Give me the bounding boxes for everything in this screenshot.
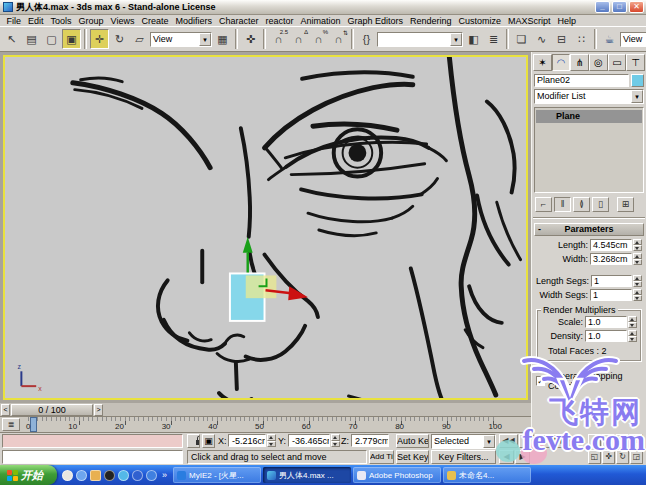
modifier-list-dropdown[interactable]: Modifier List ▾	[534, 89, 644, 104]
zoom-extents-all-button[interactable]: ⊞	[630, 434, 643, 448]
select-and-manipulate-button[interactable]: ✜	[241, 29, 260, 49]
select-by-name-button[interactable]: ▤	[22, 29, 41, 49]
macro-recorder-line[interactable]	[2, 434, 183, 448]
taskbar-button-untitled[interactable]: 未命名4...	[443, 467, 531, 483]
width-segs-spinner[interactable]	[633, 289, 642, 301]
messenger-icon[interactable]	[132, 470, 143, 481]
show-end-result-icon[interactable]: ‖	[554, 197, 571, 212]
tab-display[interactable]: ▭	[608, 54, 627, 71]
go-to-end-button[interactable]: ▶▶	[551, 434, 570, 448]
menu-item[interactable]: Graph Editors	[344, 16, 407, 26]
track-bar[interactable]: ≣ 0102030405060708090100	[0, 417, 531, 433]
key-filters-button[interactable]: Key Filters...	[431, 450, 496, 464]
width-segs-field[interactable]: 1	[590, 289, 632, 301]
zoom-all-button[interactable]: ⊡	[602, 434, 615, 448]
region-zoom-button[interactable]: ◱	[588, 450, 601, 464]
auto-key-button[interactable]: Auto Key	[396, 434, 429, 448]
set-key-button[interactable]: Set Key	[396, 450, 429, 464]
tab-motion[interactable]: ◎	[589, 54, 608, 71]
window-crossing-button[interactable]: ▣	[62, 29, 81, 49]
generate-mapping-checkbox[interactable]: ✓	[536, 376, 545, 386]
named-selection-dropdown[interactable]: ▾	[377, 32, 463, 47]
min-max-toggle-button[interactable]: ◲	[630, 450, 643, 464]
select-and-rotate-button[interactable]: ↻	[110, 29, 129, 49]
object-color-swatch[interactable]	[631, 74, 644, 87]
overflow-chevron[interactable]: »	[162, 470, 167, 480]
menu-item[interactable]: Character	[215, 16, 262, 26]
close-button[interactable]: ✕	[629, 1, 644, 13]
spinner-snap-button[interactable]: ∩⇅	[329, 29, 348, 49]
time-slider[interactable]: 0 / 100	[11, 404, 93, 416]
browser-icon[interactable]	[76, 470, 87, 481]
schematic-view-button[interactable]: ⊟	[552, 29, 571, 49]
menu-item[interactable]: Create	[138, 16, 172, 26]
menu-item[interactable]: Rendering	[407, 16, 456, 26]
render-type-dropdown[interactable]: View ▾	[620, 32, 646, 47]
menu-item[interactable]: Modifiers	[172, 16, 216, 26]
parameters-rollout-header[interactable]: - Parameters	[534, 223, 644, 236]
qq-icon[interactable]	[104, 470, 115, 481]
pin-stack-icon[interactable]: ⌐	[535, 197, 552, 212]
menu-item[interactable]: Animation	[297, 16, 344, 26]
length-field[interactable]: 4.545cm	[590, 239, 632, 251]
use-pivot-center-button[interactable]: ▦	[213, 29, 232, 49]
tab-utilities[interactable]: ⊤	[626, 54, 645, 71]
taskbar-button-myie2[interactable]: MyIE2 - [火星...	[173, 467, 261, 483]
z-coordinate-field[interactable]: 2.779cm	[351, 434, 389, 447]
chevron-down-icon[interactable]: ▾	[631, 90, 643, 103]
menu-item[interactable]: Tools	[47, 16, 75, 26]
arc-rotate-button[interactable]: ↻	[616, 450, 629, 464]
modifier-stack-item[interactable]: Plane	[536, 110, 642, 123]
length-segs-field[interactable]: 1	[591, 275, 632, 287]
folder-icon[interactable]	[90, 470, 101, 481]
zoom-viewport-button[interactable]: ⊕	[588, 434, 601, 448]
x-coordinate-field[interactable]: -5.216cm	[228, 434, 266, 447]
menu-item[interactable]: Views	[107, 16, 138, 26]
absolute-mode-button[interactable]: ▣	[202, 434, 215, 448]
tab-create[interactable]: ✶	[533, 54, 552, 71]
taskbar-button-photoshop[interactable]: Adobe Photoshop	[353, 467, 441, 483]
layer-manager-button[interactable]: ❏	[512, 29, 531, 49]
density-field[interactable]: 1.0	[585, 330, 627, 342]
make-unique-icon[interactable]: ≬	[573, 197, 590, 212]
start-button[interactable]: 开始	[0, 465, 57, 485]
menu-item[interactable]: Help	[554, 16, 580, 26]
width-spinner[interactable]	[633, 253, 642, 265]
maxscript-listener-line[interactable]	[2, 450, 183, 464]
key-mode-dropdown[interactable]: Selected ▾	[431, 434, 496, 449]
select-object-button[interactable]: ↖	[2, 29, 21, 49]
chevron-down-icon[interactable]: ▾	[199, 33, 211, 46]
select-and-scale-button[interactable]: ▱	[130, 29, 149, 49]
media-player-icon[interactable]	[62, 470, 73, 481]
menu-item[interactable]: MAXScript	[505, 16, 555, 26]
add-time-tag[interactable]: Add Time Tag	[369, 450, 394, 464]
mini-curve-editor-button[interactable]: ≣	[2, 418, 20, 431]
material-editor-button[interactable]: ∷	[572, 29, 591, 49]
render-scale-spinner[interactable]	[628, 316, 637, 328]
menu-item[interactable]: Customize	[455, 16, 505, 26]
length-segs-spinner[interactable]	[633, 275, 642, 287]
select-and-move-button[interactable]: ✛	[90, 29, 109, 49]
y-spinner[interactable]	[331, 434, 340, 447]
snap-toggle-25-button[interactable]: ∩2.5	[269, 29, 288, 49]
density-spinner[interactable]	[628, 330, 637, 342]
curve-editor-button[interactable]: ∿	[532, 29, 551, 49]
menu-item[interactable]: File	[3, 16, 25, 26]
x-spinner[interactable]	[267, 434, 276, 447]
next-frame-arrow[interactable]: >	[94, 404, 103, 416]
selection-lock-button[interactable]	[187, 434, 200, 448]
configure-modifier-sets-icon[interactable]: ⊞	[617, 197, 634, 212]
minimize-button[interactable]: _	[595, 1, 610, 13]
rectangular-selection-button[interactable]: ▢	[42, 29, 61, 49]
menu-item[interactable]: Group	[75, 16, 107, 26]
angle-snap-button[interactable]: ∩∆	[289, 29, 308, 49]
zoom-extents-button[interactable]: ▢	[616, 434, 629, 448]
menu-item[interactable]: Edit	[25, 16, 48, 26]
render-scale-field[interactable]: 1.0	[585, 316, 627, 328]
tab-hierarchy[interactable]: ⋔	[570, 54, 589, 71]
previous-frame-arrow[interactable]: <	[1, 404, 10, 416]
menu-item[interactable]: reactor	[262, 16, 297, 26]
front-viewport[interactable]: z x	[3, 55, 528, 400]
render-scene-button[interactable]: ☕	[600, 29, 619, 49]
mirror-button[interactable]: ◧	[464, 29, 483, 49]
